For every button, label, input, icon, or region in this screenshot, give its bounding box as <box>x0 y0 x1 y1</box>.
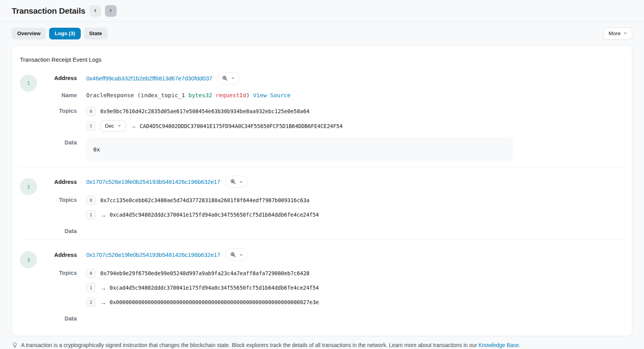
event-signature-part <box>212 92 216 98</box>
tabs-row: OverviewLogs (3)State More <box>0 22 644 45</box>
card-title: Transaction Receipt Event Logs <box>20 57 624 63</box>
topics-label: Topics <box>37 106 77 114</box>
topic-line: 00x794eb9e29f6750ede99e05248d997a9ab9fa2… <box>86 268 624 279</box>
log-entry: 1Address0x46eff99cab332f1b2eb2ff6813d67e… <box>20 72 624 164</box>
chevron-left-icon <box>93 8 98 14</box>
address-label: Address <box>37 179 77 185</box>
chevron-down-icon <box>117 123 121 129</box>
next-transaction-button[interactable] <box>105 5 117 17</box>
magnifier-plus-icon <box>222 75 228 81</box>
magnifier-plus-icon <box>230 179 236 185</box>
page-title: Transaction Details <box>12 6 85 16</box>
arrow-right-icon: → <box>100 285 106 291</box>
address-value: 0x46eff99cab332f1b2eb2ff6813d67e7d30fdd0… <box>86 72 624 84</box>
log-entry: 2Address0x1707c526e19fe0b254193b5481426c… <box>20 176 624 237</box>
data-row: Data <box>37 226 624 234</box>
address-label: Address <box>37 75 77 81</box>
data-box: 0x <box>86 138 513 161</box>
topics-label: Topics <box>37 268 77 276</box>
data-label: Data <box>37 138 77 146</box>
event-signature-part: requestId <box>216 92 247 98</box>
event-signature-part: bytes32 <box>188 92 212 98</box>
log-content: Address0x1707c526e19fe0b254193b5481426c1… <box>37 249 624 324</box>
topics-row: Topics00x794eb9e29f6750ede99e05248d997a9… <box>37 268 624 308</box>
arrow-right-icon: → <box>130 123 136 129</box>
topic-value: CAD4D5C94802DDDC370041E175FD94A0C34F5565… <box>140 123 342 129</box>
lightbulb-icon <box>12 342 18 348</box>
topic-index-badge: 2 <box>86 297 96 307</box>
topic-line: 00x9e9bc7616d42c2835d05ae617e508454e63b3… <box>86 106 624 117</box>
chevron-down-icon <box>239 253 243 257</box>
topic-index-badge: 0 <box>86 196 96 205</box>
more-button-label: More <box>609 31 621 36</box>
log-index-badge: 1 <box>20 75 37 92</box>
arrow-right-icon: → <box>100 299 106 305</box>
address-row: Address0x1707c526e19fe0b254193b5481426c1… <box>37 249 624 261</box>
view-source-link[interactable]: View Source <box>253 92 291 98</box>
topic-line: 1→0xcad4d5c94802dddc370041e175fd94a0c34f… <box>86 209 624 220</box>
address-inspect-dropdown[interactable] <box>225 176 248 188</box>
log-divider <box>20 167 624 167</box>
log-index-badge: 2 <box>20 178 37 195</box>
topics-list: 00x7cc135e0cebb02c3480ae5d74d377283180a2… <box>86 195 624 220</box>
data-hex-value: 0x <box>93 146 100 153</box>
data-value: 0x <box>86 138 624 161</box>
footer-text-body: A transaction is a cryptographically sig… <box>21 342 479 348</box>
event-logs-list: 1Address0x46eff99cab332f1b2eb2ff6813d67e… <box>20 72 624 324</box>
tab-overview[interactable]: Overview <box>12 28 46 39</box>
topic-line: 1→0xcad4d5c94802dddc370041e175fd94a0c34f… <box>86 282 624 293</box>
topics-row: Topics00x9e9bc7616d42c2835d05ae617e50845… <box>37 106 624 132</box>
footer-text: A transaction is a cryptographically sig… <box>21 342 520 348</box>
event-signature-part: OracleResponse (index_topic_1 <box>86 92 188 98</box>
topic-value: 0x00000000000000000000000000000000000000… <box>110 299 319 305</box>
topic-value: 0x9e9bc7616d42c2835d05ae617e508454e63b30… <box>100 108 309 114</box>
data-label: Data <box>37 226 77 234</box>
topic-index-badge: 0 <box>86 269 96 278</box>
topic-index-badge: 0 <box>86 107 96 116</box>
topic-line: 00x7cc135e0cebb02c3480ae5d74d377283180a2… <box>86 195 624 206</box>
tab-state[interactable]: State <box>84 28 108 39</box>
knowledge-base-link[interactable]: Knowledge Base <box>479 342 519 348</box>
log-index-badge: 3 <box>20 251 37 268</box>
name-label: Name <box>37 91 77 98</box>
footer-note: A transaction is a cryptographically sig… <box>12 342 632 348</box>
topic-value: 0x7cc135e0cebb02c3480ae5d74d377283180a26… <box>100 197 309 203</box>
log-address-link[interactable]: 0x1707c526e19fe0b254193b5481426c196b632e… <box>86 251 220 258</box>
topics-list: 00x9e9bc7616d42c2835d05ae617e508454e63b3… <box>86 106 624 132</box>
log-content: Address0x46eff99cab332f1b2eb2ff6813d67e7… <box>37 72 624 164</box>
chevron-down-icon <box>231 76 235 80</box>
event-logs-card: Transaction Receipt Event Logs 1Address0… <box>12 45 632 337</box>
topic-decoder-dropdown[interactable]: Dec <box>100 120 126 132</box>
data-row: Data <box>37 314 624 322</box>
address-label: Address <box>37 252 77 258</box>
page-header: Transaction Details <box>0 0 644 21</box>
topics-row: Topics00x7cc135e0cebb02c3480ae5d74d37728… <box>37 195 624 220</box>
topic-value: 0x794eb9e29f6750ede99e05248d997a9ab9fa23… <box>100 270 309 276</box>
address-inspect-dropdown[interactable] <box>217 72 240 84</box>
tab-logs-3[interactable]: Logs (3) <box>49 28 81 39</box>
log-divider <box>20 240 624 240</box>
magnifier-plus-icon <box>230 252 236 258</box>
topic-index-badge: 1 <box>86 283 96 292</box>
previous-transaction-button[interactable] <box>89 5 101 17</box>
chevron-down-icon <box>239 180 243 184</box>
address-row: Address0x1707c526e19fe0b254193b5481426c1… <box>37 176 624 188</box>
decoder-selected-value: Dec <box>105 123 114 129</box>
data-row: Data0x <box>37 138 624 161</box>
log-entry: 3Address0x1707c526e19fe0b254193b5481426c… <box>20 249 624 324</box>
topic-value: 0xcad4d5c94802dddc370041e175fd94a0c34f55… <box>110 285 319 291</box>
address-inspect-dropdown[interactable] <box>225 249 248 261</box>
tabs: OverviewLogs (3)State <box>12 28 108 39</box>
log-content: Address0x1707c526e19fe0b254193b5481426c1… <box>37 176 624 237</box>
data-label: Data <box>37 314 77 322</box>
log-address-link[interactable]: 0x46eff99cab332f1b2eb2ff6813d67e7d30fdd0… <box>86 75 212 82</box>
topics-list: 00x794eb9e29f6750ede99e05248d997a9ab9fa2… <box>86 268 624 308</box>
chevron-down-icon <box>623 31 627 36</box>
topic-line: 2→0x000000000000000000000000000000000000… <box>86 297 624 308</box>
topic-index-badge: 1 <box>86 121 96 131</box>
log-badge-column: 1 <box>20 72 37 164</box>
more-button[interactable]: More <box>603 27 632 40</box>
event-signature-part: ) <box>246 92 253 98</box>
topic-value: 0xcad4d5c94802dddc370041e175fd94a0c34f55… <box>110 212 319 218</box>
log-address-link[interactable]: 0x1707c526e19fe0b254193b5481426c196b632e… <box>86 178 220 185</box>
